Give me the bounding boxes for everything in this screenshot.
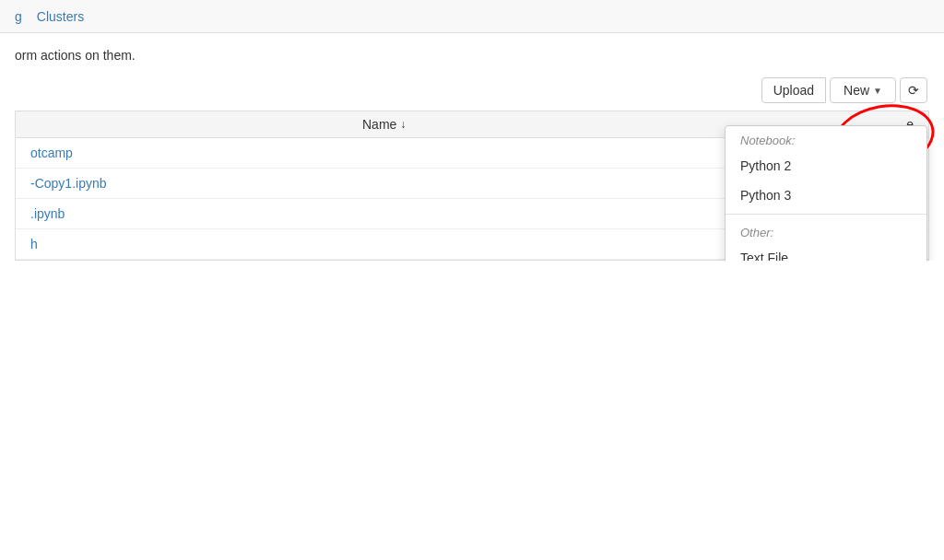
file-link[interactable]: -Copy1.ipynb bbox=[30, 176, 107, 191]
dropdown-divider bbox=[726, 214, 926, 215]
chevron-down-icon: ▼ bbox=[873, 86, 882, 96]
sort-arrow-icon: ↓ bbox=[400, 118, 406, 131]
nav-link-clusters[interactable]: Clusters bbox=[37, 9, 84, 24]
dropdown-item-python3[interactable]: Python 3 bbox=[726, 181, 926, 210]
file-link[interactable]: otcamp bbox=[30, 146, 73, 160]
upload-button[interactable]: Upload bbox=[761, 77, 826, 103]
dropdown-item-textfile[interactable]: Text File bbox=[726, 243, 926, 261]
new-label: New bbox=[844, 83, 869, 98]
toolbar: Upload New ▼ ⟳ bbox=[15, 77, 929, 103]
other-section-label: Other: bbox=[726, 218, 926, 243]
file-link[interactable]: .ipynb bbox=[30, 206, 65, 221]
new-dropdown-menu: Notebook: Python 2 Python 3 Other: Text … bbox=[725, 125, 927, 261]
description-text: orm actions on them. bbox=[15, 48, 929, 63]
new-button[interactable]: New ▼ bbox=[830, 77, 896, 103]
name-label: Name bbox=[362, 117, 396, 132]
main-area: orm actions on them. Upload New ▼ ⟳ Name… bbox=[0, 33, 944, 261]
name-column-header[interactable]: Name ↓ bbox=[362, 117, 406, 132]
new-button-wrapper: New ▼ bbox=[830, 77, 896, 103]
nav-link-g[interactable]: g bbox=[15, 9, 22, 24]
dropdown-item-python2[interactable]: Python 2 bbox=[726, 151, 926, 181]
notebook-section-label: Notebook: bbox=[726, 126, 926, 151]
top-nav: g Clusters bbox=[0, 0, 944, 33]
refresh-button[interactable]: ⟳ bbox=[900, 77, 927, 103]
file-link[interactable]: h bbox=[30, 237, 38, 251]
